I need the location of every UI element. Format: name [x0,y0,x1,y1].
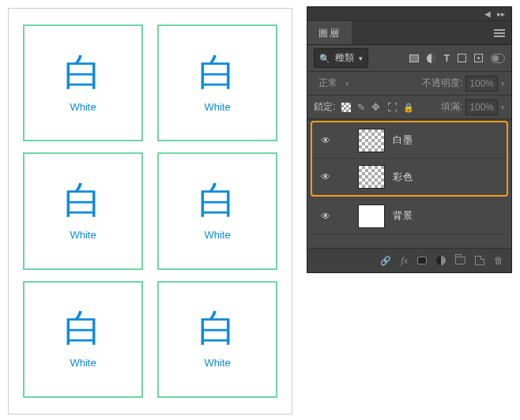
cell-subtext: White [70,101,96,113]
fill-control: 填滿: 100% ▾ [441,99,505,115]
cell-subtext: White [70,357,96,369]
link-layers-icon[interactable] [380,255,391,266]
lock-position-icon[interactable] [371,102,382,112]
lock-transparency-icon[interactable] [341,103,351,112]
blend-opacity-row: 正常 ▾ 不透明度: 100% ▾ [307,72,511,96]
cell-subtext: White [70,229,96,241]
cell-glyph: 白 [198,182,236,219]
delete-layer-icon[interactable] [494,255,503,266]
cell-glyph: 白 [198,309,236,347]
add-mask-icon[interactable] [417,257,427,264]
grid-cell: 白 White [23,152,143,269]
visibility-toggle-icon[interactable] [318,211,333,222]
artwork-grid: 白 White 白 White 白 White 白 White 白 White … [23,24,277,398]
lock-image-icon[interactable] [357,102,365,113]
hamburger-icon [494,28,505,39]
grid-cell: 白 White [157,281,277,398]
grid-cell: 白 White [23,24,143,141]
grid-cell: 白 White [157,24,277,141]
layers-empty-space [307,234,511,249]
layers-list: 白墨 彩色 背景 [307,121,511,249]
fill-value[interactable]: 100% [465,99,498,115]
layer-row[interactable]: 白墨 [312,122,507,159]
cell-glyph: 白 [64,182,102,219]
collapse-right-icon[interactable]: ▸▸ [497,9,505,18]
layer-name[interactable]: 彩色 [393,171,413,184]
layer-style-icon[interactable]: fx [401,255,408,267]
chevron-down-icon[interactable]: ▾ [501,103,505,111]
chevron-down-icon: ▾ [345,80,349,88]
chevron-down-icon: ▾ [359,54,363,62]
opacity-control: 不透明度: 100% ▾ [422,76,505,92]
lock-fill-row: 鎖定: 填滿: 100% ▾ [307,96,511,119]
cell-glyph: 白 [64,309,102,347]
lock-label: 鎖定: [314,100,335,114]
cell-glyph: 白 [198,54,236,92]
layer-name[interactable]: 背景 [393,209,413,223]
chevron-down-icon[interactable]: ▾ [501,80,505,88]
layer-thumbnail[interactable] [358,129,385,152]
opacity-label: 不透明度: [422,77,462,90]
search-icon [319,53,330,64]
lock-artboard-icon[interactable] [388,103,397,111]
layer-filter-row: 種類 ▾ T [307,45,511,72]
filter-adjust-icon[interactable] [427,54,436,63]
panel-collapse-bar: ◀ ▸▸ [307,7,511,21]
visibility-toggle-icon[interactable] [318,171,333,182]
document-canvas: 白 White 白 White 白 White 白 White 白 White … [8,8,292,414]
filter-kind-label: 種類 [335,51,354,65]
layer-name[interactable]: 白墨 [393,133,413,147]
tab-label: 圖層 [318,27,341,40]
grid-cell: 白 White [23,281,143,398]
cell-subtext: White [204,357,230,369]
filter-type-icons: T [409,53,505,64]
layer-row[interactable]: 背景 [312,198,507,234]
fill-label: 填滿: [441,100,462,114]
layers-bottom-bar: fx [307,249,511,272]
collapse-left-icon[interactable]: ◀ [484,9,491,18]
layers-panel: ◀ ▸▸ 圖層 種類 ▾ T 正常 ▾ 不透明度: [307,6,512,273]
cell-glyph: 白 [64,54,102,92]
filter-shape-icon[interactable] [458,54,466,62]
opacity-value[interactable]: 100% [465,76,498,92]
filter-text-icon[interactable]: T [444,53,450,64]
filter-pixel-icon[interactable] [409,54,419,62]
selected-layers-group: 白墨 彩色 [311,121,508,197]
tab-layers[interactable]: 圖層 [307,21,352,44]
blend-mode-select[interactable]: 正常 ▾ [314,74,354,92]
new-layer-icon[interactable] [475,256,484,265]
panel-menu-button[interactable] [488,21,511,44]
adjustment-layer-icon[interactable] [436,256,446,265]
layer-row[interactable]: 彩色 [312,159,507,195]
panel-tabs: 圖層 [307,21,511,45]
visibility-toggle-icon[interactable] [318,135,333,146]
layer-thumbnail[interactable] [358,165,385,189]
new-group-icon[interactable] [455,257,465,264]
lock-all-icon[interactable] [403,102,414,113]
filter-smart-icon[interactable] [474,54,483,62]
filter-toggle[interactable] [491,54,505,63]
cell-subtext: White [204,101,230,113]
blend-mode-label: 正常 [318,77,337,90]
grid-cell: 白 White [157,152,277,269]
filter-kind-select[interactable]: 種類 ▾ [314,48,368,68]
layer-thumbnail[interactable] [358,204,385,228]
cell-subtext: White [204,229,230,241]
